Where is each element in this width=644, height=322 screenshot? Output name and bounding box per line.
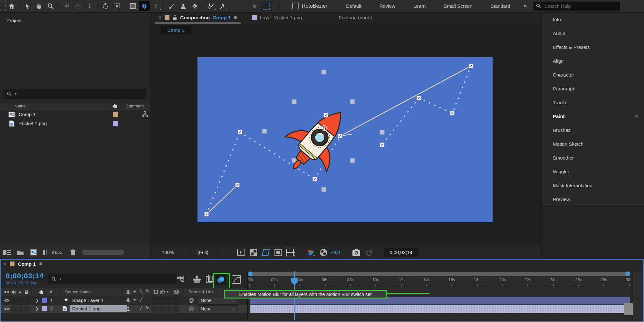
selection-tool-icon[interactable] [22,1,33,11]
hand-tool-icon[interactable] [34,1,44,11]
column-comment[interactable]: Comment [126,104,144,108]
help-search-box[interactable] [533,2,620,11]
time-ruler[interactable]: 0:00s 02s 04s 06s 08s 10s 12s 14s 16s 18… [248,276,631,287]
audio-column-icon[interactable] [11,290,16,294]
shy-column-icon[interactable] [126,290,131,294]
panel-menu-icon[interactable]: ≡ [26,17,29,23]
help-search-input[interactable] [543,3,609,9]
region-of-interest-icon[interactable] [274,249,282,256]
new-folder-icon[interactable] [17,250,24,255]
work-area-end-handle[interactable] [626,271,630,276]
composition-canvas[interactable] [197,57,493,222]
channel-icon[interactable] [307,248,315,257]
workspace-standard[interactable]: Standard [481,3,519,9]
sidebar-panel-paragraph[interactable]: Paragraph [542,82,644,96]
project-item-comp1[interactable]: Comp 1 [0,110,150,119]
project-item-label[interactable]: Rocket 1.png [18,121,47,126]
text-tool-icon[interactable]: T [150,1,161,11]
rotobezier-toggle[interactable]: RotoBezier [292,3,327,9]
column-name[interactable]: Name [14,104,26,108]
video-visibility-column-icon[interactable] [4,290,10,294]
orbit-camera-tool-icon[interactable] [61,1,72,11]
dolly-camera-tool-icon[interactable] [84,1,95,11]
project-item-rocket[interactable]: Rocket 1.png [0,119,150,128]
clone-stamp-tool-icon[interactable] [178,1,189,11]
rectangle-tool-icon[interactable] [127,1,138,11]
workspace-review[interactable]: Review [370,3,404,9]
lock-column-icon[interactable] [24,290,29,294]
snapshot-camera-icon[interactable] [352,249,360,256]
rotation-tool-icon[interactable] [100,1,111,11]
layer-color-swatch[interactable] [42,298,47,303]
new-composition-icon[interactable] [30,249,37,255]
sidebar-panel-motion-sketch[interactable]: Motion Sketch [542,137,644,152]
star-icon[interactable]: ★ [249,1,260,11]
collapse-column-icon[interactable]: ☀ [133,289,137,294]
sidebar-panel-info[interactable]: Info [542,13,644,27]
motion-blur-column-icon[interactable] [160,290,165,294]
fast-previews-icon[interactable] [237,249,245,256]
tab-footage[interactable]: Footage (none) [335,13,376,23]
panel-menu-icon[interactable]: ≡ [39,261,42,267]
sidebar-panel-mask-interpolation[interactable]: Mask Interpolation [542,179,644,193]
timeline-timecode[interactable]: 0;00;03;14 [6,272,44,280]
solo-column-icon[interactable]: ● [19,290,21,294]
brush-tool-icon[interactable] [166,1,177,11]
roto-brush-tool-icon[interactable] [205,1,216,11]
panel-menu-icon[interactable]: ≡ [234,15,237,21]
sidebar-panel-brushes[interactable]: Brushes [542,123,644,138]
timeline-scrollbar-track[interactable] [633,271,643,320]
label-color-swatch-lavender[interactable] [113,121,118,126]
camera-tool-icon[interactable] [111,1,122,11]
effects-switch-icon[interactable]: fx [146,305,149,310]
eraser-tool-icon[interactable] [189,1,200,11]
viewer-timecode[interactable]: 0;00;03;14 [384,248,418,257]
work-area-bar[interactable] [249,272,629,276]
expander-chevron[interactable]: ❯ [35,307,39,311]
project-search-box[interactable]: ▾ [4,89,146,99]
eye-icon[interactable] [4,307,10,311]
puppet-pin-tool-icon[interactable] [217,1,228,11]
shy-switch-icon[interactable] [126,306,131,311]
quality-column-icon[interactable]: ╲ [140,289,142,294]
switch-cells[interactable] [151,306,181,312]
pan-camera-tool-icon[interactable] [72,1,83,11]
workspace-overflow-chevrons[interactable]: » [519,3,531,9]
sidebar-panel-audio[interactable]: Audio [542,26,644,41]
bit-depth-label[interactable]: 8 bpc [52,250,62,255]
switch-cells[interactable] [151,297,181,303]
tag-column-icon[interactable] [39,290,44,295]
graph-editor-icon[interactable] [231,274,242,284]
marquee-icon[interactable] [261,1,272,11]
column-source-name[interactable]: Source Name [65,290,91,294]
composition-mini-flowchart-icon[interactable] [177,276,185,283]
adjustment-column-icon[interactable]: ◐ [167,289,169,294]
sidebar-panel-wiggler[interactable]: Wiggler [542,165,644,179]
sidebar-panel-align[interactable]: Align [542,54,644,69]
label-color-swatch-tan[interactable] [113,112,118,117]
layer-row-rocket-1[interactable]: ❯ 2 Rocket 1.png ╱ fx @ None ⌄ [1,305,247,313]
effects-column-icon[interactable]: fx [146,289,149,294]
column-parent-link[interactable]: Parent & Link [188,290,214,294]
pickwhip-icon[interactable]: @ [188,306,194,312]
layer-row-shape-layer-1[interactable]: ❯ 1 ★ Shape Layer 1 ☀ ╱ @ None ⌄ [1,296,247,305]
layer-bar-rocket-1[interactable] [250,305,630,313]
expander-chevron[interactable]: ❯ [35,298,39,303]
selected-layer-name-field[interactable]: Rocket 1.png [70,305,127,312]
project-item-label[interactable]: Comp 1 [19,112,36,117]
quality-switch-icon[interactable]: ╱ [140,297,142,302]
pen-tool-icon[interactable] [139,1,150,11]
av-cells[interactable] [11,306,30,312]
tab-layer[interactable]: Layer Rocket 1.png [248,13,306,23]
panel-menu-icon[interactable]: ≡ [635,113,638,120]
resolution-dropdown[interactable]: (Full)⌄ [197,250,224,255]
workspace-learn[interactable]: Learn [404,3,435,9]
flowchart-icon[interactable] [142,111,148,117]
collapse-switch-icon[interactable]: ☀ [133,297,137,302]
zoom-tool-icon[interactable] [45,1,56,11]
quality-switch-icon[interactable]: ╱ [140,306,142,310]
layer-color-swatch[interactable] [42,306,47,311]
panel-grip[interactable] [1,1,6,11]
sidebar-panel-effects-presets[interactable]: Effects & Presets [542,40,644,55]
av-cells[interactable] [11,297,30,303]
